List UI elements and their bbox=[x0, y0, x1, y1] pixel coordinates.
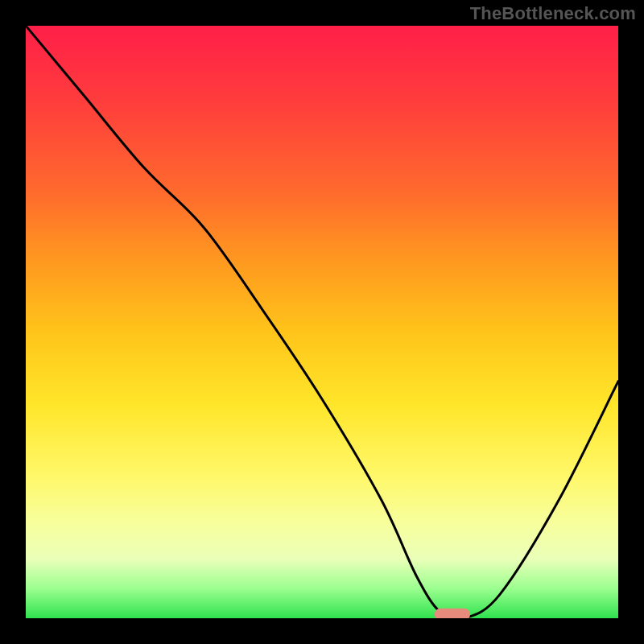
bottleneck-curve bbox=[26, 26, 618, 618]
optimal-marker bbox=[435, 608, 470, 618]
curve-path bbox=[26, 26, 618, 618]
chart-container: TheBottleneck.com bbox=[0, 0, 644, 644]
watermark-text: TheBottleneck.com bbox=[470, 3, 636, 24]
plot-area bbox=[26, 26, 618, 618]
